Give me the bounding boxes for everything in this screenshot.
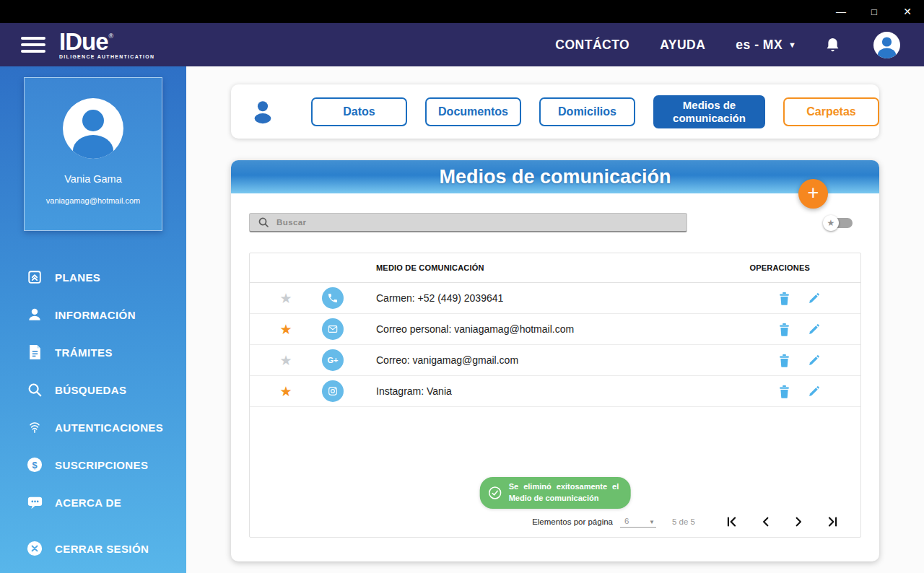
table-header-row: MEDIO DE COMUNICACIÓN OPERACIONES bbox=[250, 253, 860, 283]
medio-text: Correo personal: vaniagamag@hotmail.com bbox=[376, 323, 574, 335]
previous-page-icon[interactable] bbox=[757, 516, 774, 528]
favorite-star-button[interactable]: ★ bbox=[250, 321, 322, 338]
registered-mark: ® bbox=[109, 32, 113, 40]
table-row: ★ Instagram: Vania bbox=[250, 376, 860, 407]
minimize-icon[interactable]: — bbox=[824, 0, 858, 23]
sidebar-item-label: INFORMACIÓN bbox=[55, 309, 136, 321]
nav-contact-link[interactable]: CONTÁCTO bbox=[555, 38, 629, 53]
chevron-down-icon: ▼ bbox=[649, 519, 655, 525]
favorites-filter-toggle[interactable]: ★ bbox=[823, 215, 853, 231]
chat-bubble-icon bbox=[25, 494, 44, 510]
row-operations bbox=[778, 354, 860, 367]
sidebar-item-label: TRÁMITES bbox=[55, 346, 113, 359]
table-row: ★ Carmen: +52 (449) 2039641 bbox=[250, 283, 860, 314]
tab-documentos[interactable]: Documentos bbox=[425, 97, 521, 126]
edit-button[interactable] bbox=[808, 385, 820, 398]
edit-button[interactable] bbox=[808, 354, 820, 367]
nav-help-link[interactable]: AYUDA bbox=[660, 38, 705, 53]
sidebar-item-acerca-de[interactable]: ACERCA DE bbox=[0, 484, 186, 521]
instagram-icon bbox=[322, 380, 344, 402]
success-toast: Se eliminó exitosamente el Medio de comu… bbox=[480, 477, 631, 509]
tab-datos[interactable]: Datos bbox=[311, 97, 407, 126]
page-size-value: 6 bbox=[624, 517, 629, 525]
dollar-circle-icon: $ bbox=[25, 457, 44, 473]
app-logo: IDue® DILIGENCE AUTHENTICATION bbox=[59, 30, 154, 60]
search-input[interactable] bbox=[276, 218, 652, 227]
user-profile-card: Vania Gama vaniagamag@hotmail.com bbox=[24, 77, 162, 231]
toast-message: Se eliminó exitosamente el Medio de comu… bbox=[509, 481, 619, 504]
row-operations bbox=[778, 323, 860, 336]
page-size-label: Elementos por página bbox=[532, 517, 613, 526]
email-icon bbox=[322, 318, 344, 340]
edit-button[interactable] bbox=[808, 323, 820, 336]
profile-tabs-card: Datos Documentos Domicilios Medios de co… bbox=[231, 84, 879, 139]
sidebar-item-label: BÚSQUEDAS bbox=[55, 384, 126, 396]
medio-text: Carmen: +52 (449) 2039641 bbox=[376, 292, 503, 304]
logo-title: IDue® bbox=[59, 28, 112, 55]
last-page-icon[interactable] bbox=[824, 516, 842, 528]
user-avatar[interactable] bbox=[873, 32, 900, 58]
delete-button[interactable] bbox=[778, 323, 790, 336]
os-title-bar: — □ ✕ bbox=[0, 0, 924, 23]
star-icon: ★ bbox=[827, 218, 835, 228]
sidebar-item-informacion[interactable]: INFORMACIÓN bbox=[0, 296, 186, 333]
tab-medios-de-comunicacion[interactable]: Medios de comunicación bbox=[653, 95, 765, 128]
delete-button[interactable] bbox=[778, 385, 790, 398]
person-icon bbox=[25, 307, 44, 323]
pagination-bar: Elementos por página 6 ▼ 5 de 5 bbox=[250, 507, 860, 537]
delete-button[interactable] bbox=[778, 354, 790, 367]
search-icon bbox=[258, 216, 269, 228]
tab-group: Datos Documentos Domicilios Medios de co… bbox=[311, 95, 879, 128]
pagination-nav bbox=[723, 516, 842, 528]
person-icon bbox=[250, 98, 275, 126]
add-medio-button[interactable]: + bbox=[798, 179, 828, 209]
sidebar-item-planes[interactable]: PLANES bbox=[0, 258, 186, 296]
sidebar-item-autenticaciones[interactable]: AUTENTICACIONES bbox=[0, 408, 186, 446]
check-circle-icon bbox=[488, 486, 502, 500]
favorite-star-button[interactable]: ★ bbox=[250, 290, 322, 307]
delete-button[interactable] bbox=[778, 292, 790, 305]
tab-carpetas[interactable]: Carpetas bbox=[783, 97, 879, 126]
star-icon: ★ bbox=[279, 353, 292, 368]
sidebar-item-cerrar-sesion[interactable]: CERRAR SESIÓN bbox=[0, 530, 186, 567]
search-bar[interactable] bbox=[249, 213, 687, 232]
sidebar-item-suscripciones[interactable]: $ SUSCRIPCIONES bbox=[0, 446, 186, 484]
tab-domicilios[interactable]: Domicilios bbox=[539, 97, 635, 126]
sidebar-item-label: SUSCRIPCIONES bbox=[55, 459, 148, 471]
sidebar-item-tramites[interactable]: TRÁMITES bbox=[0, 333, 186, 371]
notifications-bell-icon[interactable] bbox=[825, 37, 840, 53]
close-icon[interactable]: ✕ bbox=[891, 0, 924, 23]
first-page-icon[interactable] bbox=[723, 516, 741, 528]
header-nav: CONTÁCTO AYUDA es - MX ▼ bbox=[555, 32, 924, 58]
medio-text: Instagram: Vania bbox=[376, 385, 452, 397]
maximize-icon[interactable]: □ bbox=[858, 0, 891, 23]
sidebar-item-label: AUTENTICACIONES bbox=[55, 421, 163, 434]
next-page-icon[interactable] bbox=[790, 516, 807, 528]
search-row: ★ bbox=[249, 213, 861, 232]
page-range: 5 de 5 bbox=[672, 517, 695, 526]
toggle-knob: ★ bbox=[823, 215, 839, 231]
star-icon: ★ bbox=[279, 291, 292, 306]
profile-email: vaniagamag@hotmail.com bbox=[46, 196, 140, 205]
edit-button[interactable] bbox=[808, 292, 820, 305]
sidebar-item-busquedas[interactable]: BÚSQUEDAS bbox=[0, 371, 186, 408]
favorite-star-button[interactable]: ★ bbox=[250, 383, 322, 400]
logo-subtitle: DILIGENCE AUTHENTICATION bbox=[59, 55, 154, 60]
phone-icon bbox=[322, 287, 344, 309]
medios-table: MEDIO DE COMUNICACIÓN OPERACIONES ★ Carm… bbox=[249, 253, 861, 538]
favorite-star-button[interactable]: ★ bbox=[250, 352, 322, 369]
chevron-down-icon: ▼ bbox=[788, 40, 796, 49]
sidebar-item-label: PLANES bbox=[55, 271, 100, 284]
row-operations bbox=[778, 292, 860, 305]
profile-name: Vania Gama bbox=[64, 173, 122, 185]
app-header: IDue® DILIGENCE AUTHENTICATION CONTÁCTO … bbox=[0, 23, 924, 66]
star-icon: ★ bbox=[279, 384, 292, 399]
page-size-select[interactable]: 6 ▼ bbox=[620, 517, 656, 528]
main-content: Datos Documentos Domicilios Medios de co… bbox=[186, 66, 924, 573]
sidebar: Vania Gama vaniagamag@hotmail.com PLANES… bbox=[0, 66, 186, 573]
search-icon bbox=[25, 382, 44, 398]
fingerprint-icon bbox=[25, 419, 44, 435]
panel-header: Medios de comunicación bbox=[231, 160, 879, 193]
language-selector[interactable]: es - MX ▼ bbox=[736, 38, 796, 53]
hamburger-menu-icon[interactable] bbox=[21, 37, 45, 53]
